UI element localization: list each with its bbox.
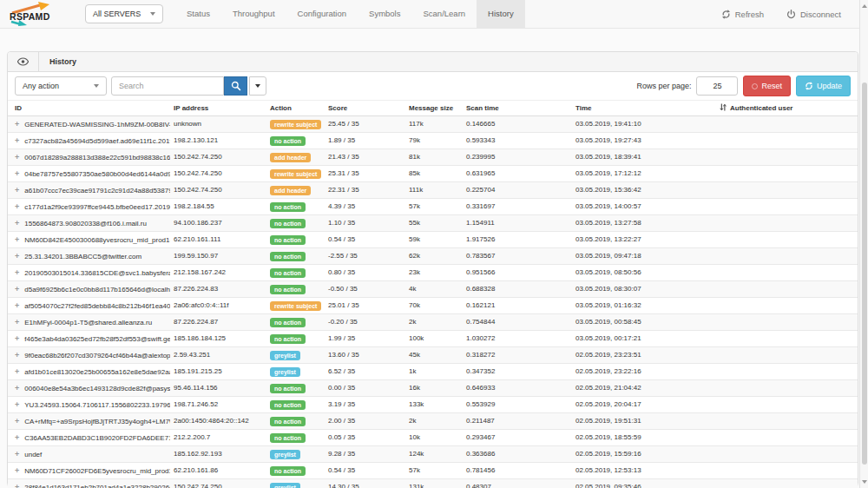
expand-plus-icon[interactable]: +: [15, 450, 19, 458]
column-header-score[interactable]: Score: [325, 101, 405, 116]
ip-cell: 198.71.246.52: [170, 397, 266, 413]
action-cell: no action: [266, 281, 325, 298]
message-id: C36AA53EB2DABD3C1B9020FD2FDA6DEE713D47..…: [24, 434, 170, 442]
refresh-icon: [805, 82, 813, 90]
table-row[interactable]: +006040e8e54a3b6ec1493128d9cde82f@pasys.…: [8, 380, 858, 397]
column-header-id[interactable]: ID: [8, 101, 170, 116]
table-row[interactable]: +9f0eac68b26f207cd3079264cf46b44a@alexto…: [8, 347, 858, 364]
table-row[interactable]: +GENERATED-WASMISSING-1hM9ZM-00B8IV-IT@s…: [8, 116, 858, 133]
expand-plus-icon[interactable]: +: [15, 136, 19, 145]
nav-tab-status[interactable]: Status: [175, 0, 221, 28]
ip-cell: 150.242.74.250: [170, 149, 266, 166]
expand-plus-icon[interactable]: +: [15, 169, 19, 178]
update-button[interactable]: Update: [796, 76, 851, 96]
column-header-size[interactable]: Message size: [405, 101, 463, 116]
expand-plus-icon[interactable]: +: [15, 334, 19, 343]
table-row[interactable]: +YU3.24593.15064.7106117.1556802233.1979…: [8, 397, 858, 413]
table-row[interactable]: +04be78757e55807350ae580b00d4ed6144a0d9b…: [8, 166, 858, 182]
user-cell: [716, 265, 858, 281]
score-cell: 1.89 / 35: [325, 133, 405, 149]
nav-tab-throughput[interactable]: Throughput: [221, 0, 286, 28]
expand-plus-icon[interactable]: +: [15, 400, 19, 409]
column-header-scan-time[interactable]: Scan time: [463, 101, 572, 116]
time-cell: 02.05.2019, 23:23:51: [572, 347, 716, 364]
sort-arrows-icon[interactable]: [720, 103, 727, 113]
table-row[interactable]: +a61b07ccc7ec39cae91791c2c91d24a88d53879…: [8, 182, 858, 199]
table-row[interactable]: +CA+rMfq=+a9SrpsHojfBJjTRTJ35y4ogh4+LM7W…: [8, 413, 858, 430]
table-row[interactable]: +NM60D71CF26002FD6E5yvesrocru_mid_prod1@…: [8, 463, 858, 479]
expand-plus-icon[interactable]: +: [15, 466, 19, 475]
search-options-dropdown[interactable]: [249, 76, 266, 96]
table-row[interactable]: +25.31.34201.3BBABCC5@twitter.com199.59.…: [8, 248, 858, 265]
table-row[interactable]: +NM60D842E4500300688yvesrocru_mid_prod1@…: [8, 232, 858, 248]
table-row[interactable]: +0067d18289a288813d388e22c591bd98838c16@…: [8, 149, 858, 166]
score-cell: 1.10 / 35: [325, 215, 405, 232]
table-row[interactable]: +afd1b01ce813020e25b00655a162e8e5dae92aa…: [8, 364, 858, 380]
expand-plus-icon[interactable]: +: [15, 120, 19, 129]
size-cell: 1k: [405, 364, 463, 380]
nav-tab-configuration[interactable]: Configuration: [286, 0, 358, 28]
expand-plus-icon[interactable]: +: [15, 384, 19, 392]
action-cell: add header: [266, 182, 325, 199]
table-row[interactable]: +28f84e1d163d171eb2b701ad4a1e3228b29026@…: [8, 479, 858, 488]
expand-plus-icon[interactable]: +: [15, 235, 19, 244]
user-cell: [716, 364, 858, 380]
scan-time-cell: 1.030272: [463, 331, 572, 347]
expand-plus-icon[interactable]: +: [15, 483, 19, 488]
expand-plus-icon[interactable]: +: [15, 433, 19, 442]
server-selector[interactable]: All SERVERS: [85, 4, 163, 23]
scroll-down-arrow-icon[interactable]: [862, 480, 867, 484]
scan-time-cell: 0.593343: [463, 133, 572, 149]
reset-button[interactable]: Reset: [743, 76, 791, 96]
action-filter-select[interactable]: Any action: [15, 76, 107, 96]
scroll-up-arrow-icon[interactable]: [862, 4, 867, 8]
expand-plus-icon[interactable]: +: [15, 252, 19, 260]
time-cell: 03.05.2019, 19:41:10: [572, 116, 716, 133]
expand-plus-icon[interactable]: +: [15, 301, 19, 310]
expand-plus-icon[interactable]: +: [15, 268, 19, 277]
table-row[interactable]: +c7327acb82a45694d5d599aef.ad69e11f1c.20…: [8, 133, 858, 149]
table-row[interactable]: +c177d1a2f9ce93997ffce9445.bfbe0eed17.20…: [8, 199, 858, 215]
score-cell: 0.80 / 35: [325, 265, 405, 281]
expand-plus-icon[interactable]: +: [15, 417, 19, 425]
action-badge: no action: [270, 466, 306, 476]
vertical-scrollbar[interactable]: [859, 0, 868, 488]
table-row[interactable]: +af5054070c27f2fed85debb84c8b212b46f1ea4…: [8, 298, 858, 314]
navbar: RSPAMD All SERVERS StatusThroughputConfi…: [0, 0, 868, 29]
expand-plus-icon[interactable]: +: [15, 351, 19, 359]
ip-cell: 185.162.92.193: [170, 446, 266, 463]
expand-plus-icon[interactable]: +: [15, 186, 19, 195]
user-cell: [716, 331, 858, 347]
expand-plus-icon[interactable]: +: [15, 153, 19, 162]
expand-plus-icon[interactable]: +: [15, 367, 19, 376]
size-cell: 62k: [405, 248, 463, 265]
expand-plus-icon[interactable]: +: [15, 285, 19, 293]
search-input[interactable]: [111, 76, 224, 96]
refresh-button[interactable]: Refresh: [710, 0, 775, 28]
table-row[interactable]: +20190503015014.336815CDE@svc1.babysfera…: [8, 265, 858, 281]
column-header-user[interactable]: Authenticated user: [716, 101, 858, 116]
table-row[interactable]: +E1hMFyi-0004p1-T5@shared.alleanza.ru87.…: [8, 314, 858, 331]
table-row[interactable]: +d5a9f6925b6c1e0c0bb8d117b165646d@localh…: [8, 281, 858, 298]
nav-tab-symbols[interactable]: Symbols: [358, 0, 411, 28]
nav-tab-history[interactable]: History: [477, 0, 525, 28]
table-row[interactable]: +undef185.162.92.193greylist9.28 / 35124…: [8, 446, 858, 463]
column-header-action[interactable]: Action: [266, 101, 325, 116]
expand-plus-icon[interactable]: +: [15, 318, 19, 326]
table-row[interactable]: +1556864873.908020338@f106.i.mail.ru94.1…: [8, 215, 858, 232]
brand-logo[interactable]: RSPAMD: [0, 0, 66, 28]
search-button[interactable]: [224, 76, 247, 96]
rows-per-page-input[interactable]: [696, 76, 738, 96]
expand-plus-icon[interactable]: +: [15, 202, 19, 211]
column-header-ip[interactable]: IP address: [170, 101, 266, 116]
time-cell: 03.05.2019, 19:27:43: [572, 133, 716, 149]
message-id-cell: +f465e3ab4da03625ed72fb28f52df553@swift.…: [8, 331, 170, 347]
table-row[interactable]: +f465e3ab4da03625ed72fb28f52df553@swift.…: [8, 331, 858, 347]
column-header-time[interactable]: Time: [572, 101, 716, 116]
nav-tab-scan-learn[interactable]: Scan/Learn: [411, 0, 477, 28]
expand-plus-icon[interactable]: +: [15, 219, 19, 228]
visibility-toggle[interactable]: [8, 52, 39, 71]
disconnect-button[interactable]: Disconnect: [775, 0, 852, 28]
scrollbar-thumb[interactable]: [862, 82, 867, 465]
table-row[interactable]: +C36AA53EB2DABD3C1B9020FD2FDA6DEE713D47.…: [8, 430, 858, 446]
